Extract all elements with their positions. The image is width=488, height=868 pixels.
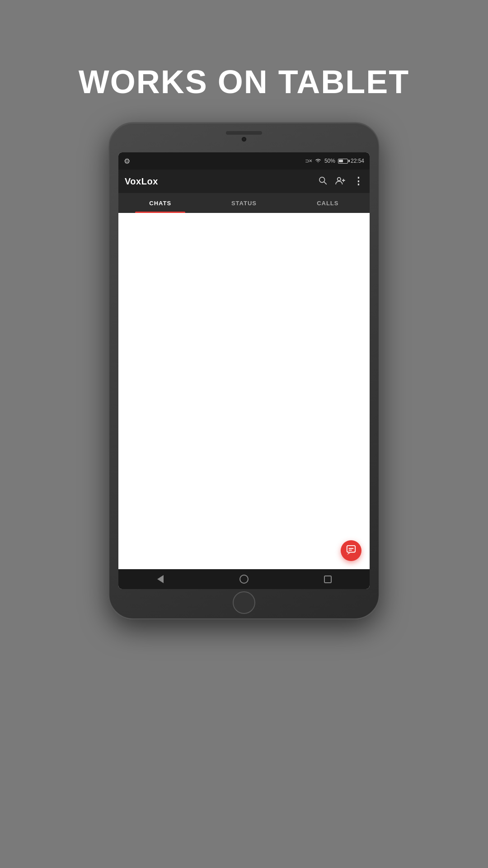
status-bar: ⚙ ⊃× 50%	[118, 152, 370, 170]
content-area	[118, 213, 370, 569]
recents-button[interactable]	[319, 571, 336, 587]
tab-chats[interactable]: CHATS	[118, 193, 202, 213]
back-arrow-icon	[157, 575, 164, 583]
battery-percent: 50%	[324, 158, 335, 164]
settings-icon: ⚙	[124, 157, 130, 165]
tablet-device: ⚙ ⊃× 50%	[108, 122, 380, 619]
search-icon[interactable]	[318, 176, 327, 187]
tab-status[interactable]: STATUS	[202, 193, 286, 213]
page-headline: WORKS ON TABLET	[0, 63, 488, 100]
tab-calls[interactable]: CALLS	[286, 193, 370, 213]
wifi-icon	[314, 158, 322, 165]
tablet-speaker	[226, 131, 262, 135]
home-button[interactable]	[236, 571, 252, 587]
tablet-camera	[241, 137, 247, 142]
fab-chat-icon	[346, 545, 356, 557]
tablet-body: ⚙ ⊃× 50%	[108, 122, 380, 619]
svg-line-1	[324, 182, 326, 184]
status-bar-right: ⊃× 50% 22:54	[305, 158, 364, 165]
add-contact-icon[interactable]	[335, 176, 345, 187]
app-toolbar: VoxLox	[118, 170, 370, 193]
more-icon[interactable]: ⋮	[353, 175, 363, 187]
time-display: 22:54	[351, 158, 364, 164]
tab-bar: CHATS STATUS CALLS	[118, 193, 370, 213]
signal-x-icon: ⊃×	[305, 158, 312, 164]
back-button[interactable]	[152, 571, 169, 587]
fab-new-chat-button[interactable]	[341, 540, 361, 561]
status-bar-left: ⚙	[124, 157, 130, 165]
app-title: VoxLox	[125, 176, 318, 187]
tablet-home-button	[233, 591, 255, 614]
svg-rect-5	[347, 545, 355, 552]
svg-point-2	[338, 177, 341, 180]
battery-fill	[339, 160, 343, 162]
app-screen: ⚙ ⊃× 50%	[118, 152, 370, 589]
home-circle-icon	[239, 575, 249, 584]
navigation-bar	[118, 569, 370, 589]
recents-square-icon	[324, 576, 332, 583]
tablet-screen: ⚙ ⊃× 50%	[118, 152, 370, 589]
battery-icon	[338, 159, 348, 164]
toolbar-icons: ⋮	[318, 175, 363, 187]
